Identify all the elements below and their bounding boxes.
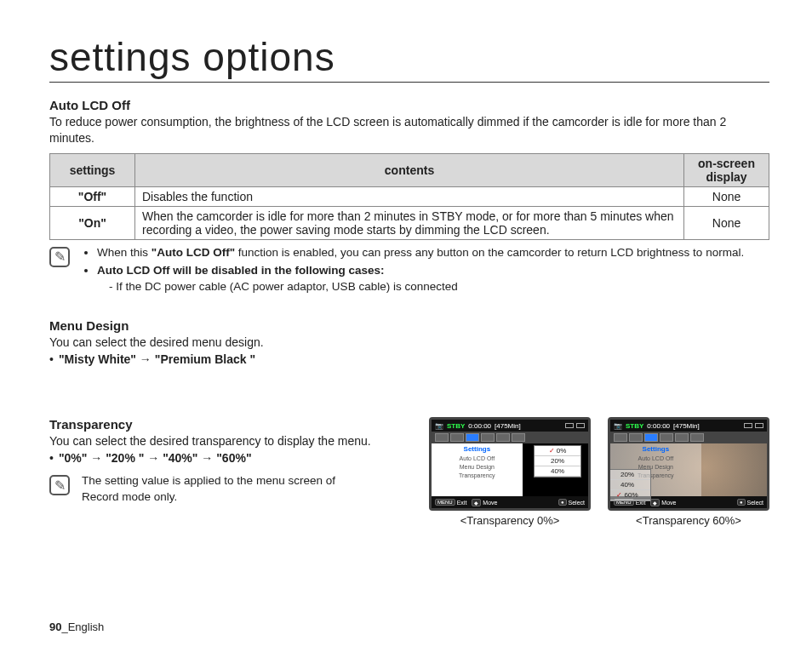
select-hint: ●Select: [558, 499, 585, 506]
popup-item: 40%: [535, 466, 580, 477]
heading-transparency: Transparency: [49, 417, 412, 432]
move-hint: ◆Move: [472, 499, 497, 506]
menu-item: Auto LCD Off: [614, 455, 698, 463]
lcd-menu: Settings Auto LCD Off Menu Design Transp…: [432, 443, 523, 496]
auto-lcd-table: settings contents on-screen display "Off…: [49, 153, 769, 240]
heading-auto-lcd-off: Auto LCD Off: [49, 98, 769, 112]
note-text: function is enabled, you can press any b…: [235, 246, 744, 259]
section-transparency: Transparency You can select the desired …: [49, 417, 769, 527]
note-icon: ✎: [49, 475, 70, 495]
note-icon: ✎: [49, 247, 70, 267]
menu-design-intro: You can select the desired menu design.: [49, 335, 769, 351]
move-hint: ◆Move: [650, 499, 676, 506]
note-line-2: Auto LCD Off will be disabled in the fol…: [97, 263, 744, 295]
cell-osd: None: [684, 186, 769, 206]
note-text: When this: [97, 246, 152, 259]
camera-icon: 📷: [435, 422, 443, 430]
popup-item: 20%: [535, 456, 580, 466]
page-number: 90: [49, 621, 61, 633]
stby-label: STBY: [447, 422, 465, 430]
th-settings: settings: [50, 153, 135, 186]
menu-design-options: "Misty White" → "Premium Black ": [49, 352, 769, 366]
stby-label: STBY: [626, 422, 643, 430]
page-footer: 90_English: [49, 621, 104, 633]
timecode: 0:00:00: [647, 422, 670, 430]
section-auto-lcd-off: Auto LCD Off To reduce power consumption…: [49, 98, 769, 296]
popup-item: 40%: [608, 480, 650, 490]
cell-content: When the camcorder is idle for more than…: [135, 206, 684, 239]
screenshot-row: 📷 STBY 0:00:00 [475Min] Settings Auto LC…: [429, 417, 769, 527]
menu-item: Transparency: [435, 472, 519, 480]
lcd-popup: 20% 40% 60%: [608, 469, 651, 501]
battery-icon: [565, 423, 585, 428]
cell-setting: "On": [50, 206, 135, 239]
option-text: "Misty White" → "Premium Black ": [59, 352, 255, 366]
camera-icon: 📷: [614, 422, 622, 430]
menu-header: Settings: [614, 445, 698, 453]
caption-right: <Transparency 60%>: [608, 514, 769, 527]
caption-left: <Transparency 0%>: [429, 514, 591, 527]
page-title: settings options: [49, 34, 769, 83]
lcd-popup: 0% 20% 40%: [534, 445, 581, 478]
select-hint: ●Select: [737, 499, 763, 506]
auto-lcd-intro: To reduce power consumption, the brightn…: [49, 114, 769, 146]
note-bold: "Auto LCD Off": [152, 246, 235, 259]
lcd-tabs: [432, 432, 588, 443]
lcd-preview-60: 📷 STBY 0:00:00 [475Min] Settings Auto LC…: [608, 417, 769, 511]
th-osd: on-screen display: [684, 153, 769, 186]
lcd-tabs: [610, 432, 767, 443]
menu-item: Menu Design: [435, 463, 519, 472]
popup-item: 0%: [535, 446, 580, 456]
remain-time: [475Min]: [495, 422, 521, 430]
cell-osd: None: [684, 206, 769, 239]
note-line-1: When this "Auto LCD Off" function is ena…: [97, 245, 744, 261]
cell-setting: "Off": [50, 186, 135, 206]
auto-lcd-note: ✎ When this "Auto LCD Off" function is e…: [49, 245, 769, 297]
table-row: "On" When the camcorder is idle for more…: [50, 206, 769, 239]
timecode: 0:00:00: [468, 422, 491, 430]
remain-time: [475Min]: [673, 422, 700, 430]
footer-lang: English: [68, 621, 105, 633]
exit-hint: MENUExit: [435, 499, 466, 506]
battery-icon: [744, 423, 763, 428]
popup-item: 20%: [608, 470, 650, 480]
transparency-options: "0%" → "20% " → "40%" → "60%": [49, 451, 412, 465]
menu-header: Settings: [435, 445, 519, 453]
section-menu-design: Menu Design You can select the desired m…: [49, 318, 769, 366]
transparency-intro: You can select the desired transparency …: [49, 433, 412, 449]
heading-menu-design: Menu Design: [49, 318, 769, 333]
lcd-preview-0: 📷 STBY 0:00:00 [475Min] Settings Auto LC…: [429, 417, 591, 511]
table-row: "Off" Disables the function None: [50, 186, 769, 206]
note-bold: Auto LCD Off will be disabled in the fol…: [97, 264, 385, 277]
transparency-note: The setting value is applied to the menu…: [82, 473, 354, 506]
option-text: "0%" → "20% " → "40%" → "60%": [59, 451, 252, 465]
footer-sep: _: [61, 621, 67, 633]
popup-item: 60%: [608, 490, 650, 500]
note-sub: - If the DC power cable (AC power adapto…: [97, 279, 744, 295]
menu-item: Auto LCD Off: [435, 455, 519, 463]
th-contents: contents: [135, 153, 684, 186]
cell-content: Disables the function: [135, 186, 684, 206]
